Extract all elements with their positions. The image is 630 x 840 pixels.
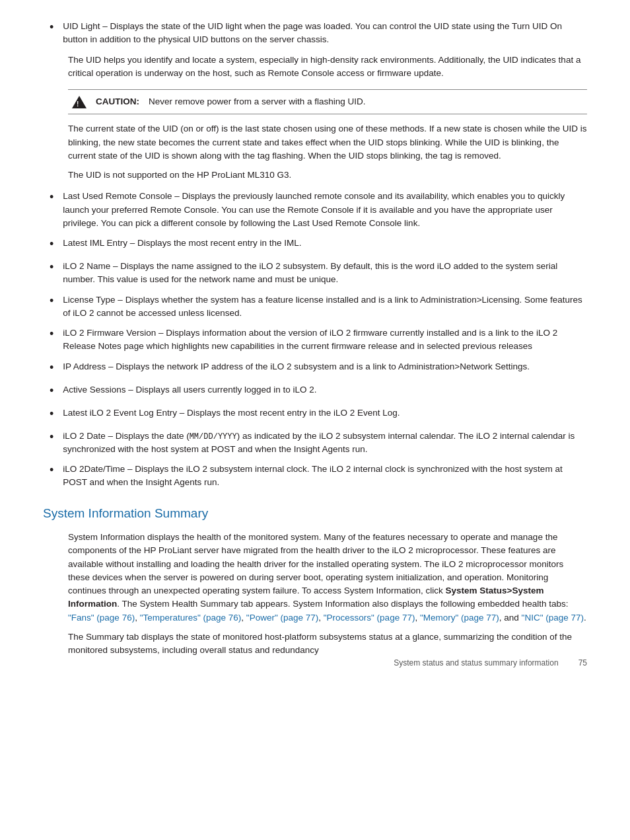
temps-link[interactable]: "Temperatures" (page 76) <box>140 613 242 623</box>
bullet-text: iLO 2 Name – Displays the name assigned … <box>63 260 587 287</box>
bullet-text: UID Light – Displays the state of the UI… <box>63 20 587 47</box>
bullet-dot: • <box>50 428 53 446</box>
section-para-2: The Summary tab displays the state of mo… <box>68 630 587 658</box>
bullet-text: License Type – Displays whether the syst… <box>63 293 587 321</box>
caution-triangle-icon <box>72 96 87 108</box>
footer-page-number: 75 <box>578 657 587 669</box>
bullet-dot: • <box>50 19 53 36</box>
bullet-text: iLO 2 Date – Displays the date (MM/DD/YY… <box>63 430 587 457</box>
list-item: • Active Sessions – Displays all users c… <box>43 383 587 400</box>
section-body: System Information displays the health o… <box>68 531 587 657</box>
bullet-dot: • <box>50 188 53 206</box>
uid-note-3: The UID is not supported on the HP ProLi… <box>68 169 587 182</box>
bullet-text: Latest IML Entry – Displays the most rec… <box>63 237 587 250</box>
footer: System status and status summary informa… <box>394 657 587 669</box>
section-para-1-cont: . The System Health Summary tab appears.… <box>117 599 568 609</box>
list-item: • iLO 2 Firmware Version – Displays info… <box>43 326 587 354</box>
bullet-dot: • <box>50 405 53 423</box>
list-item: • iLO 2Date/Time – Displays the iLO 2 su… <box>43 463 587 490</box>
footer-section-label: System status and status summary informa… <box>394 657 558 669</box>
list-item: • Latest iLO 2 Event Log Entry – Display… <box>43 406 587 423</box>
caution-label: CAUTION: <box>96 95 139 108</box>
bullet-dot: • <box>50 359 53 377</box>
caution-box: CAUTION: Never remove power from a serve… <box>68 89 587 114</box>
bullet-text: Latest iLO 2 Event Log Entry – Displays … <box>63 406 587 420</box>
list-item: • IP Address – Displays the network IP a… <box>43 360 587 377</box>
list-item: • UID Light – Displays the state of the … <box>43 20 587 47</box>
bullet-dot: • <box>50 258 53 276</box>
list-item: • iLO 2 Date – Displays the date (MM/DD/… <box>43 430 587 457</box>
bullet-dot: • <box>50 235 53 253</box>
list-item: • Last Used Remote Console – Displays th… <box>43 190 587 230</box>
bullet-dot: • <box>50 461 53 479</box>
ilo2-date-prefix: iLO 2 Date – Displays the date ( <box>63 431 189 441</box>
list-item: • License Type – Displays whether the sy… <box>43 293 587 321</box>
bullet-text: IP Address – Displays the network IP add… <box>63 360 587 373</box>
caution-text: Never remove power from a server with a … <box>149 95 366 108</box>
main-bullet-list: • UID Light – Displays the state of the … <box>43 20 587 47</box>
bullet-text: Active Sessions – Displays all users cur… <box>63 383 587 397</box>
ilo2-date-mono: MM/DD/YYYY <box>190 432 237 441</box>
list-item: • iLO 2 Name – Displays the name assigne… <box>43 260 587 287</box>
remaining-bullet-list: • Last Used Remote Console – Displays th… <box>43 190 587 489</box>
power-link[interactable]: "Power" (page 77) <box>246 613 318 623</box>
uid-note-1: The UID helps you identify and locate a … <box>68 54 587 81</box>
bullet-text: iLO 2Date/Time – Displays the iLO 2 subs… <box>63 463 587 490</box>
uid-note-2: The current state of the UID (on or off)… <box>68 122 587 163</box>
bullet-text: Last Used Remote Console – Displays the … <box>63 190 587 230</box>
processors-link[interactable]: "Processors" (page 77) <box>324 613 415 623</box>
memory-link[interactable]: "Memory" (page 77) <box>420 613 499 623</box>
page-container: • UID Light – Displays the state of the … <box>0 0 630 683</box>
fans-link[interactable]: "Fans" (page 76) <box>68 613 135 623</box>
list-item: • Latest IML Entry – Displays the most r… <box>43 237 587 253</box>
nic-link[interactable]: "NIC" (page 77) <box>522 613 584 623</box>
section-para-1: System Information displays the health o… <box>68 531 587 625</box>
uid-note-block: The UID helps you identify and locate a … <box>68 54 587 182</box>
bullet-dot: • <box>50 382 53 400</box>
bullet-dot: • <box>50 292 53 310</box>
section-heading: System Information Summary <box>43 504 587 523</box>
bullet-text: iLO 2 Firmware Version – Displays inform… <box>63 326 587 354</box>
bullet-dot: • <box>50 325 53 343</box>
